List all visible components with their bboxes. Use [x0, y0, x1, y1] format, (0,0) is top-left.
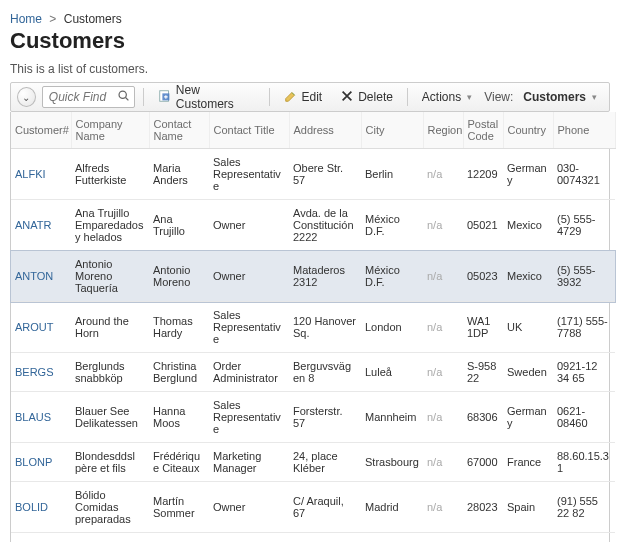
cell-country: UK — [503, 302, 553, 353]
customer-id-link[interactable]: ALFKI — [15, 168, 46, 180]
menu-toggle-button[interactable]: ⌄ — [17, 87, 36, 107]
cell-region: n/a — [423, 392, 463, 443]
cell-address: Obere Str. 57 — [289, 149, 361, 200]
customer-id-link[interactable]: BLAUS — [15, 411, 51, 423]
svg-point-0 — [119, 91, 126, 98]
search-icon[interactable] — [117, 89, 130, 105]
actions-dropdown[interactable]: Actions ▾ — [416, 88, 478, 106]
cell-contact-name: Laurence Lebihan — [149, 533, 209, 543]
cell-company: Around the Horn — [71, 302, 149, 353]
col-region[interactable]: Region — [423, 112, 463, 149]
new-customers-button[interactable]: New Customers — [152, 81, 261, 113]
customer-id-link[interactable]: BERGS — [15, 366, 54, 378]
cell-address: Mataderos 2312 — [289, 251, 361, 302]
cell-company: Berglunds snabbköp — [71, 353, 149, 392]
col-contact-name[interactable]: Contact Name — [149, 112, 209, 149]
col-phone[interactable]: Phone — [553, 112, 615, 149]
cell-contact-name: Frédérique Citeaux — [149, 443, 209, 482]
col-country[interactable]: Country — [503, 112, 553, 149]
cell-company: Antonio Moreno Taquería — [71, 251, 149, 302]
cell-company: Bon app' — [71, 533, 149, 543]
col-contact-title[interactable]: Contact Title — [209, 112, 289, 149]
cell-id: BOLID — [11, 482, 71, 533]
cell-postal-code: 13008 — [463, 533, 503, 543]
cell-region: n/a — [423, 533, 463, 543]
header-row: Customer# Company Name Contact Name Cont… — [11, 112, 615, 149]
cell-postal-code: WA1 1DP — [463, 302, 503, 353]
cell-country: Mexico — [503, 251, 553, 302]
chevron-down-icon: ⌄ — [22, 92, 30, 103]
cell-postal-code: 68306 — [463, 392, 503, 443]
cell-phone: 88.60.15.31 — [553, 443, 615, 482]
delete-button[interactable]: Delete — [334, 87, 399, 108]
customer-id-link[interactable]: ANTON — [15, 270, 53, 282]
cell-postal-code: S-958 22 — [463, 353, 503, 392]
cell-contact-title: Owner — [209, 251, 289, 302]
cell-phone: (91) 555 22 82 — [553, 482, 615, 533]
cell-city: Luleå — [361, 353, 423, 392]
table-row[interactable]: BLONPBlondesddsl père et filsFrédérique … — [11, 443, 615, 482]
cell-country: Mexico — [503, 200, 553, 251]
col-address[interactable]: Address — [289, 112, 361, 149]
svg-line-1 — [125, 98, 128, 101]
breadcrumb: Home > Customers — [10, 8, 610, 28]
cell-country: France — [503, 533, 553, 543]
toolbar-divider — [407, 88, 408, 106]
cell-id: ANTON — [11, 251, 71, 302]
toolbar-divider — [269, 88, 270, 106]
edit-label: Edit — [302, 90, 323, 104]
page-description: This is a list of customers. — [10, 62, 610, 76]
cell-region: n/a — [423, 200, 463, 251]
cell-city: London — [361, 302, 423, 353]
cell-id: BERGS — [11, 353, 71, 392]
cell-city: Marseille — [361, 533, 423, 543]
table-row[interactable]: ANATRAna Trujillo Emparedados y heladosA… — [11, 200, 615, 251]
cell-region: n/a — [423, 251, 463, 302]
page-title: Customers — [10, 28, 610, 54]
quick-find[interactable] — [42, 86, 135, 108]
new-icon — [158, 89, 172, 106]
cell-contact-name: Thomas Hardy — [149, 302, 209, 353]
cell-country: France — [503, 443, 553, 482]
cell-address: Berguvsvägen 8 — [289, 353, 361, 392]
table-row[interactable]: BERGSBerglunds snabbköpChristina Berglun… — [11, 353, 615, 392]
table-row[interactable]: BLAUSBlauer See DelikatessenHanna MoosSa… — [11, 392, 615, 443]
cell-address: Forsterstr. 57 — [289, 392, 361, 443]
delete-label: Delete — [358, 90, 393, 104]
cell-address: 120 Hanover Sq. — [289, 302, 361, 353]
breadcrumb-separator: > — [45, 12, 60, 26]
customer-id-link[interactable]: AROUT — [15, 321, 54, 333]
cell-region: n/a — [423, 353, 463, 392]
table-row[interactable]: BONAPBon app'Laurence LebihanOwner12, ru… — [11, 533, 615, 543]
table-row[interactable]: ANTONAntonio Moreno TaqueríaAntonio More… — [11, 251, 615, 302]
cell-region: n/a — [423, 302, 463, 353]
data-grid: Customer# Company Name Contact Name Cont… — [10, 112, 610, 542]
cell-city: Strasbourg — [361, 443, 423, 482]
quick-find-input[interactable] — [47, 89, 117, 105]
cell-id: BLONP — [11, 443, 71, 482]
customer-id-link[interactable]: BOLID — [15, 501, 48, 513]
cell-phone: 0921-12 34 65 — [553, 353, 615, 392]
cell-city: Berlin — [361, 149, 423, 200]
cell-contact-title: Order Administrator — [209, 353, 289, 392]
breadcrumb-home[interactable]: Home — [10, 12, 42, 26]
col-postal-code[interactable]: Postal Code — [463, 112, 503, 149]
table-row[interactable]: AROUTAround the HornThomas HardySales Re… — [11, 302, 615, 353]
table-row[interactable]: ALFKIAlfreds FutterkisteMaria AndersSale… — [11, 149, 615, 200]
edit-button[interactable]: Edit — [278, 87, 329, 108]
cell-country: Spain — [503, 482, 553, 533]
cell-company: Blondesddsl père et fils — [71, 443, 149, 482]
col-city[interactable]: City — [361, 112, 423, 149]
customer-id-link[interactable]: BLONP — [15, 456, 52, 468]
col-customer-id[interactable]: Customer# — [11, 112, 71, 149]
cell-company: Bólido Comidas preparadas — [71, 482, 149, 533]
customer-id-link[interactable]: ANATR — [15, 219, 51, 231]
table-row[interactable]: BOLIDBólido Comidas preparadasMartín Som… — [11, 482, 615, 533]
cell-contact-title: Sales Representative — [209, 392, 289, 443]
view-dropdown[interactable]: Customers ▾ — [517, 88, 603, 106]
view-value: Customers — [523, 90, 586, 104]
cell-city: México D.F. — [361, 200, 423, 251]
col-company-name[interactable]: Company Name — [71, 112, 149, 149]
cell-postal-code: 05021 — [463, 200, 503, 251]
cell-address: C/ Araquil, 67 — [289, 482, 361, 533]
